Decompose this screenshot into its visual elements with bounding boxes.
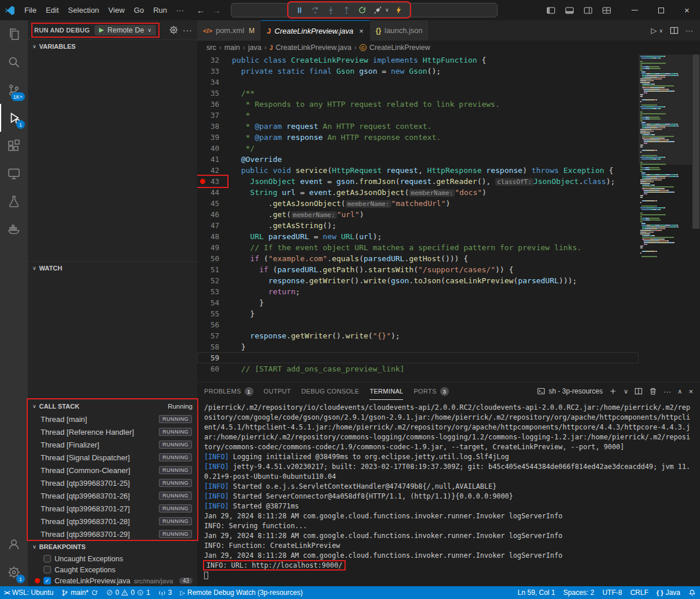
remote-indicator[interactable]: >< WSL: Ubuntu xyxy=(0,586,57,599)
toggle-panel-icon[interactable] xyxy=(565,6,574,15)
menu-view[interactable]: View xyxy=(104,6,129,15)
forward-icon[interactable]: → xyxy=(213,6,221,15)
line-number[interactable]: 55 xyxy=(197,308,227,319)
callstack-thread[interactable]: Thread [Finalizer]RUNNING xyxy=(28,438,197,451)
debug-session-item[interactable]: ▷ Remote Debug Watch (3p-resources) xyxy=(176,586,307,599)
tab-terminal[interactable]: TERMINAL xyxy=(369,383,403,400)
line-number[interactable]: 50 xyxy=(197,253,227,264)
breadcrumb-class[interactable]: CreateLinkPreview xyxy=(369,44,430,52)
breakpoint-item-file[interactable]: ✓ CreateLinkPreview.java src/main/java 4… xyxy=(28,575,197,586)
close-window-button[interactable]: × xyxy=(674,0,700,20)
activitybar-explorer[interactable] xyxy=(0,20,28,48)
line-number[interactable]: 46 xyxy=(197,209,227,220)
new-terminal-icon[interactable] xyxy=(609,387,617,395)
breakpoint-checkbox[interactable] xyxy=(43,566,51,573)
back-icon[interactable]: ← xyxy=(197,6,205,15)
breadcrumb-file[interactable]: CreateLinkPreview.java xyxy=(275,44,351,52)
debug-config-picker[interactable]: ▶ Remote De ∨ xyxy=(95,25,156,35)
line-number[interactable]: 58 xyxy=(197,341,227,352)
eol-sequence[interactable]: CRLF xyxy=(626,586,652,599)
breadcrumb-src[interactable]: src xyxy=(206,44,216,52)
line-number[interactable]: 34 xyxy=(197,77,227,88)
tab-problems[interactable]: PROBLEMS 1 xyxy=(204,383,253,400)
line-number[interactable]: 49 xyxy=(197,242,227,253)
indentation[interactable]: Spaces: 2 xyxy=(559,586,598,599)
terminal-dropdown-icon[interactable]: ∨ xyxy=(623,388,628,395)
breakpoint-item-caught[interactable]: Caught Exceptions xyxy=(28,564,197,575)
pause-button[interactable] xyxy=(292,3,306,16)
breadcrumb-java[interactable]: java xyxy=(248,44,262,52)
breakpoint-item-uncaught[interactable]: Uncaught Exceptions xyxy=(28,553,197,564)
callstack-thread[interactable]: Thread [Reference Handler]RUNNING xyxy=(28,425,197,438)
terminal-selector[interactable]: sh - 3p-resources xyxy=(537,387,603,395)
terminal-output[interactable]: /pierrick/.m2/repository/io/cloudevents/… xyxy=(197,400,700,586)
cursor-position[interactable]: Ln 59, Col 1 xyxy=(514,586,560,599)
line-number[interactable]: 32 xyxy=(197,55,227,66)
call-stack-section-header[interactable]: ∨ CALL STACK Running xyxy=(28,400,197,413)
sidebar-more-icon[interactable]: ··· xyxy=(183,26,193,35)
activitybar-testing[interactable] xyxy=(0,187,28,215)
line-number[interactable]: 52 xyxy=(197,275,227,286)
activitybar-run-and-debug[interactable]: 1 xyxy=(0,104,28,132)
toggle-secondary-sidebar-icon[interactable] xyxy=(583,6,593,15)
callstack-thread[interactable]: Thread [Signal Dispatcher]RUNNING xyxy=(28,451,197,464)
line-number[interactable]: 48 xyxy=(197,231,227,242)
line-number[interactable]: 42 xyxy=(197,165,227,176)
activitybar-source-control[interactable]: 1K+ xyxy=(0,76,28,104)
breakpoint-checkbox[interactable]: ✓ xyxy=(43,577,51,584)
start-debug-icon[interactable]: ▶ xyxy=(99,26,104,34)
line-number[interactable]: 40 xyxy=(197,143,227,154)
line-number[interactable]: 59 xyxy=(197,352,227,363)
watch-section-header[interactable]: ∨ WATCH xyxy=(28,262,197,275)
line-number[interactable]: 33 xyxy=(197,66,227,77)
close-tab-icon[interactable]: × xyxy=(359,27,364,35)
line-number[interactable]: 45 xyxy=(197,198,227,209)
menu-overflow-icon[interactable]: ··· xyxy=(172,6,188,15)
activitybar-remote-explorer[interactable] xyxy=(0,160,28,187)
forwarded-ports-item[interactable]: 3 xyxy=(154,586,176,599)
tab-ports[interactable]: PORTS 3 xyxy=(414,383,448,400)
run-dropdown-icon[interactable]: ∨ xyxy=(659,28,663,34)
kill-terminal-trash-icon[interactable] xyxy=(649,387,657,395)
problems-status-item[interactable]: 0 0 1 xyxy=(102,586,154,599)
line-number[interactable]: 37 xyxy=(197,110,227,121)
line-number[interactable]: 35 xyxy=(197,88,227,99)
hot-code-replace-button[interactable] xyxy=(392,3,406,16)
line-number[interactable]: 57 xyxy=(197,330,227,341)
minimize-button[interactable] xyxy=(622,0,648,20)
callstack-thread[interactable]: Thread [Common-Cleaner]RUNNING xyxy=(28,464,197,477)
editor-scrollbar[interactable] xyxy=(692,55,700,382)
tab-debug-console[interactable]: DEBUG CONSOLE xyxy=(302,383,360,400)
line-number[interactable]: 36 xyxy=(197,99,227,110)
tab-pom-xml[interactable]: </> pom.xml M xyxy=(197,20,261,41)
breakpoint-checkbox[interactable] xyxy=(43,555,51,562)
line-number[interactable]: 39 xyxy=(197,132,227,143)
menu-file[interactable]: File xyxy=(20,6,41,15)
panel-more-icon[interactable]: ··· xyxy=(663,387,671,396)
callstack-thread[interactable]: Thread [qtp399683701-29]RUNNING xyxy=(28,528,197,540)
git-branch-item[interactable]: main* xyxy=(57,586,102,599)
line-number[interactable]: 43 xyxy=(197,176,227,187)
menu-go[interactable]: Go xyxy=(129,6,148,15)
line-number[interactable]: 60 xyxy=(197,363,227,374)
tab-createlinkpreview-java[interactable]: J CreateLinkPreview.java × xyxy=(261,20,370,41)
disconnect-button[interactable] xyxy=(371,3,385,16)
callstack-thread[interactable]: Thread [qtp399683701-27]RUNNING xyxy=(28,502,197,515)
menu-selection[interactable]: Selection xyxy=(63,6,103,15)
tab-launch-json[interactable]: {} launch.json xyxy=(370,20,429,41)
activitybar-search[interactable] xyxy=(0,48,28,76)
step-over-button[interactable] xyxy=(308,3,322,16)
close-panel-icon[interactable]: × xyxy=(688,387,693,396)
step-out-button[interactable] xyxy=(339,3,353,16)
disconnect-dropdown-icon[interactable]: ∨ xyxy=(385,7,389,13)
line-number[interactable]: 54 xyxy=(197,297,227,308)
line-number[interactable]: 44 xyxy=(197,187,227,198)
debug-settings-gear-icon[interactable] xyxy=(169,26,178,34)
customize-layout-icon[interactable] xyxy=(602,6,611,15)
step-into-button[interactable] xyxy=(324,3,338,16)
split-editor-icon[interactable] xyxy=(670,26,679,35)
scrollbar-thumb[interactable] xyxy=(692,55,699,229)
activitybar-accounts[interactable] xyxy=(0,531,28,558)
callstack-thread[interactable]: Thread [qtp399683701-25]RUNNING xyxy=(28,477,197,489)
tab-output[interactable]: OUTPUT xyxy=(264,383,291,400)
